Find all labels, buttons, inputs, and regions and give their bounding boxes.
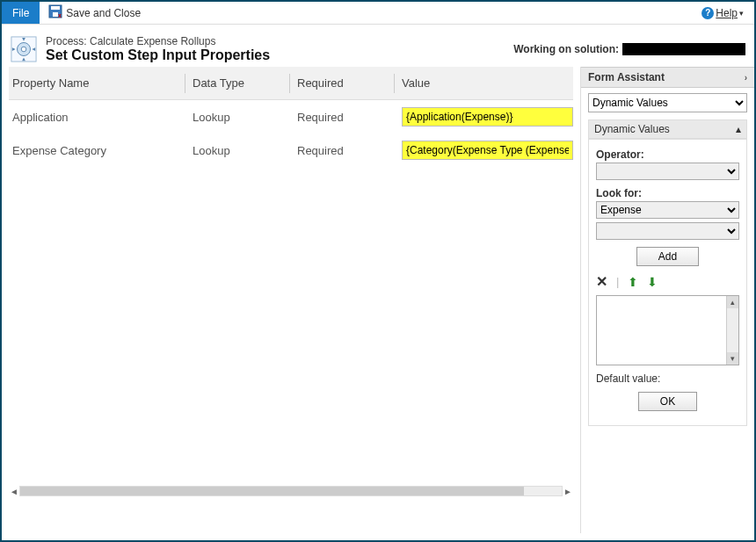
add-button[interactable]: Add: [636, 247, 699, 266]
values-listbox[interactable]: ▴ ▾: [596, 295, 739, 365]
property-required-cell: Required: [297, 111, 394, 124]
chevron-down-icon: ▾: [739, 9, 744, 18]
property-required-cell: Required: [297, 144, 394, 157]
scroll-left-icon[interactable]: ◄: [9, 487, 19, 496]
lookfor-label: Look for:: [596, 187, 739, 199]
separator: |: [616, 275, 619, 288]
help-link[interactable]: ? Help ▾: [701, 7, 744, 19]
scroll-down-icon[interactable]: ▾: [727, 352, 738, 365]
page-title: Set Custom Step Input Properties: [46, 47, 513, 63]
lookfor-entity-select[interactable]: Expense: [596, 201, 739, 219]
form-assistant-header[interactable]: Form Assistant ›: [581, 67, 754, 88]
svg-rect-1: [51, 6, 60, 10]
dynamic-values-header[interactable]: Dynamic Values ▴: [588, 119, 747, 139]
remove-icon[interactable]: ✕: [596, 273, 607, 290]
file-menu[interactable]: File: [2, 2, 40, 24]
dynamic-values-label: Dynamic Values: [594, 123, 670, 135]
ok-button[interactable]: OK: [638, 392, 697, 411]
move-up-icon[interactable]: ⬆: [628, 275, 638, 289]
move-down-icon[interactable]: ⬇: [647, 275, 658, 289]
assistant-mode-select[interactable]: Dynamic Values: [588, 93, 747, 112]
property-name-cell: Application: [9, 111, 185, 124]
property-row: Application Lookup Required: [9, 100, 573, 134]
col-header-value: Value: [402, 76, 573, 90]
help-icon: ?: [701, 7, 714, 19]
svg-point-6: [21, 47, 26, 52]
default-value-label: Default value:: [596, 372, 739, 385]
property-value-input[interactable]: [402, 141, 573, 160]
process-breadcrumb: Process: Calculate Expense Rollups: [46, 35, 513, 47]
svg-text:x: x: [58, 12, 62, 18]
property-type-cell: Lookup: [193, 144, 289, 157]
lookfor-field-select[interactable]: [596, 222, 739, 240]
operator-label: Operator:: [596, 148, 739, 161]
help-label: Help: [716, 7, 738, 19]
form-assistant-label: Form Assistant: [588, 71, 665, 83]
save-and-close-button[interactable]: x Save and Close: [40, 4, 149, 21]
col-header-name: Property Name: [9, 76, 185, 90]
file-label: File: [12, 7, 29, 19]
chevron-right-icon: ›: [745, 73, 747, 83]
property-name-cell: Expense Category: [9, 144, 185, 157]
properties-grid-header: Property Name Data Type Required Value: [9, 67, 573, 100]
process-icon: [11, 36, 37, 62]
scroll-right-icon[interactable]: ►: [563, 487, 573, 496]
property-type-cell: Lookup: [193, 111, 289, 124]
operator-select[interactable]: [596, 163, 739, 180]
col-header-required: Required: [297, 76, 394, 90]
working-on-label: Working on solution:: [513, 43, 619, 55]
save-close-label: Save and Close: [66, 7, 141, 19]
col-header-type: Data Type: [193, 76, 289, 90]
chevron-up-icon: ▴: [736, 123, 741, 135]
save-icon: x: [48, 4, 62, 21]
listbox-scrollbar[interactable]: ▴ ▾: [726, 296, 738, 365]
property-value-input[interactable]: [402, 107, 573, 126]
solution-name-redacted: [622, 43, 745, 55]
scroll-up-icon[interactable]: ▴: [727, 296, 738, 308]
property-row: Expense Category Lookup Required: [9, 134, 573, 167]
horizontal-scrollbar[interactable]: ◄ ►: [9, 484, 573, 498]
